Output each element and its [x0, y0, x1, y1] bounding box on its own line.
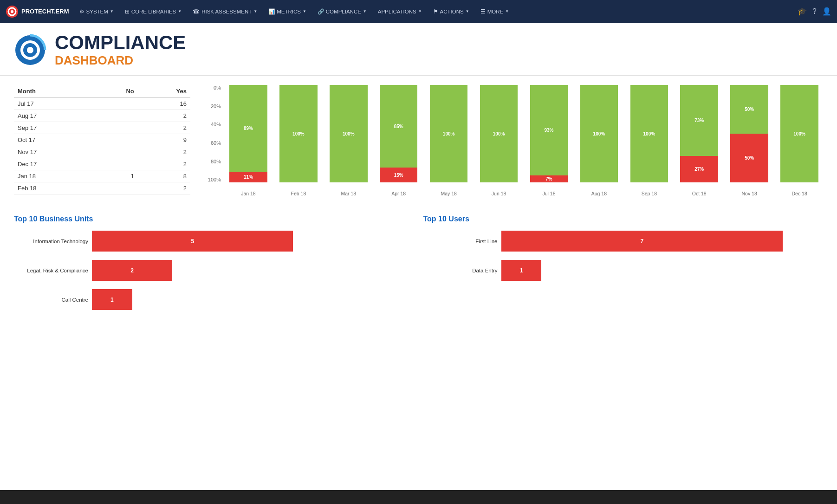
bar-segment-green: 100%	[580, 85, 618, 182]
x-axis-label: Aug 18	[575, 183, 623, 196]
bar-stack: 100%	[480, 85, 518, 182]
cell-no	[92, 110, 138, 122]
table-row: Sep 17 2	[14, 122, 190, 134]
x-axis-label: Feb 18	[275, 183, 322, 196]
chevron-down-icon: ▼	[303, 9, 306, 13]
page-title: COMPLIANCE	[55, 32, 186, 53]
business-units-panel: Top 10 Business Units Information Techno…	[14, 215, 414, 318]
navbar: PROTECHT.ERM ⚙ SYSTEM ▼ ⊞ CORE LIBRARIES…	[0, 0, 837, 23]
business-units-title: Top 10 Business Units	[14, 215, 414, 223]
y-axis-label: 100%	[204, 177, 221, 182]
cell-yes: 2	[138, 110, 190, 122]
nav-metrics[interactable]: 📊 METRICS ▼	[264, 0, 311, 23]
main-content: Month No Yes Jul 17 16 Aug 17 2 Sep 17 2…	[0, 76, 837, 328]
hbar-row: Legal, Risk & Compliance2	[14, 260, 414, 281]
help-icon[interactable]: ?	[812, 7, 817, 16]
chart-column: 100%	[425, 85, 473, 182]
bar-stack: 100%	[430, 85, 468, 182]
chevron-down-icon: ▼	[253, 9, 257, 13]
users-chart: First Line7Data Entry1	[423, 231, 824, 281]
chart-column: 100%	[275, 85, 322, 182]
x-axis-label: Sep 18	[625, 183, 673, 196]
bar-stack: 50%50%	[730, 85, 768, 182]
hbar-label: Call Centre	[14, 297, 88, 303]
nav-right-icons: 🎓 ? 👤	[798, 7, 831, 16]
bar-stack: 15%85%	[380, 85, 418, 182]
chevron-down-icon: ▼	[110, 9, 114, 13]
nav-more[interactable]: ☰ MORE ▼	[476, 0, 513, 23]
libraries-icon: ⊞	[125, 8, 130, 15]
bar-segment-red: 27%	[680, 156, 718, 182]
brand-name: PROTECHT.ERM	[21, 8, 69, 15]
hbar-label: First Line	[423, 239, 498, 244]
chart-column: 7%93%	[526, 85, 573, 182]
hbar-row: Call Centre1	[14, 289, 414, 310]
actions-icon: ⚑	[433, 8, 438, 15]
hbar-label: Data Entry	[423, 268, 498, 273]
risk-icon: ☎	[193, 8, 200, 15]
users-title: Top 10 Users	[423, 215, 824, 223]
chart-column: 11%89%	[225, 85, 272, 182]
table-row: Feb 18 2	[14, 182, 190, 194]
hbar-track: 1	[92, 289, 414, 310]
table-row: Jul 17 16	[14, 98, 190, 110]
stacked-chart-area: 100%80%60%40%20%0% 11%89%100%100%15%85%1…	[204, 85, 823, 196]
col-no: No	[92, 85, 138, 98]
y-axis-label: 20%	[204, 103, 221, 109]
chevron-down-icon: ▼	[363, 9, 367, 13]
cell-yes: 2	[138, 146, 190, 158]
hbar-fill: 1	[501, 260, 542, 281]
hbar-row: First Line7	[423, 231, 824, 252]
nav-applications[interactable]: APPLICATIONS ▼	[373, 0, 427, 23]
y-axis-label: 80%	[204, 159, 221, 164]
hbar-fill: 2	[92, 260, 172, 281]
x-axis-label: Jan 18	[225, 183, 272, 196]
bar-segment-green: 93%	[530, 85, 568, 175]
bar-segment-green: 100%	[480, 85, 518, 182]
system-icon: ⚙	[79, 8, 84, 15]
cell-month: Aug 17	[14, 110, 92, 122]
cell-month: Feb 18	[14, 182, 92, 194]
chevron-down-icon: ▼	[505, 9, 509, 13]
chart-column: 15%85%	[375, 85, 422, 182]
graduation-icon[interactable]: 🎓	[798, 7, 807, 16]
business-units-chart: Information Technology5Legal, Risk & Com…	[14, 231, 414, 310]
cell-no	[92, 122, 138, 134]
cell-no	[92, 182, 138, 194]
nav-system[interactable]: ⚙ SYSTEM ▼	[75, 0, 118, 23]
user-icon[interactable]: 👤	[822, 7, 831, 16]
svg-point-2	[11, 10, 13, 13]
hbar-track: 2	[92, 260, 414, 281]
cell-no	[92, 146, 138, 158]
cell-no	[92, 134, 138, 146]
hbar-track: 1	[501, 260, 824, 281]
cell-month: Dec 17	[14, 158, 92, 170]
cell-yes: 16	[138, 98, 190, 110]
chart-column: 27%73%	[675, 85, 723, 182]
bar-segment-red: 15%	[380, 168, 418, 182]
nav-compliance[interactable]: 🔗 COMPLIANCE ▼	[313, 0, 371, 23]
compliance-icon: 🔗	[318, 8, 324, 15]
chevron-down-icon: ▼	[466, 9, 469, 13]
more-icon: ☰	[480, 8, 486, 15]
chart-column: 100%	[575, 85, 623, 182]
hbar-track: 5	[92, 231, 414, 252]
bottom-section: Top 10 Business Units Information Techno…	[14, 215, 823, 318]
stacked-bar-chart: 100%80%60%40%20%0% 11%89%100%100%15%85%1…	[204, 85, 823, 196]
y-axis-label: 60%	[204, 140, 221, 146]
hbar-fill: 1	[92, 289, 132, 310]
compliance-table: Month No Yes Jul 17 16 Aug 17 2 Sep 17 2…	[14, 85, 190, 194]
chevron-down-icon: ▼	[178, 9, 182, 13]
nav-actions[interactable]: ⚑ ACTIONS ▼	[428, 0, 474, 23]
bar-segment-green: 73%	[680, 85, 718, 156]
nav-core-libraries[interactable]: ⊞ CORE LIBRARIES ▼	[120, 0, 186, 23]
x-axis-label: Nov 18	[726, 183, 773, 196]
table-row: Dec 17 2	[14, 158, 190, 170]
cell-yes: 9	[138, 134, 190, 146]
table-row: Jan 18 1 8	[14, 170, 190, 182]
monthly-table: Month No Yes Jul 17 16 Aug 17 2 Sep 17 2…	[14, 85, 190, 194]
metrics-icon: 📊	[268, 8, 275, 15]
nav-risk-assessment[interactable]: ☎ RISK ASSESSMENT ▼	[188, 0, 262, 23]
brand-logo[interactable]: PROTECHT.ERM	[6, 5, 69, 18]
x-axis-label: May 18	[425, 183, 473, 196]
